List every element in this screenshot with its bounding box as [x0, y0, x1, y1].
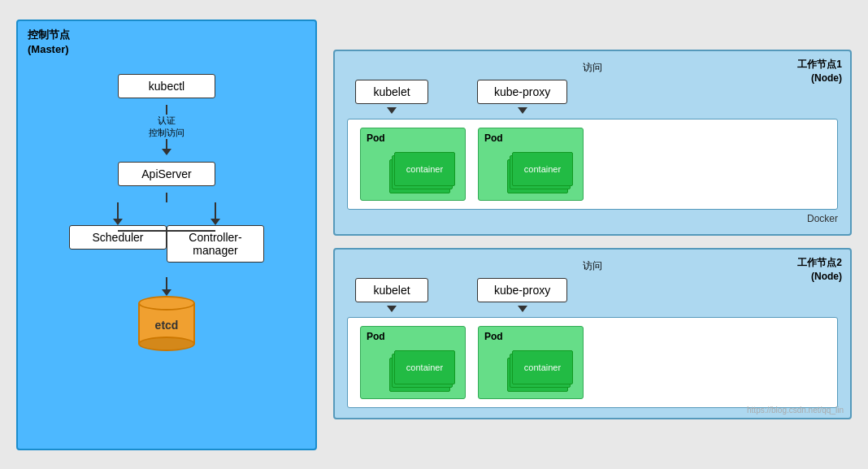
master-label: 控制节点 (Master) [28, 28, 70, 57]
ctrl-arrow [210, 219, 220, 225]
worker2-pods-row: Pod container Pod [347, 317, 838, 408]
worker2-subtitle: (Node) [797, 270, 842, 284]
worker2-pod2: Pod container [478, 326, 584, 399]
worker1-label: 工作节点1 (Node) [797, 58, 842, 85]
container-stack-2: container [507, 149, 576, 193]
kubeproxy1-section: kube-proxy [477, 80, 567, 114]
scheduler-box: Scheduler [69, 225, 167, 250]
master-content: kubectl 认证 控制访问 ApiServer [18, 21, 315, 352]
container-stack-1: container [389, 149, 458, 193]
container1-label: container [406, 164, 443, 174]
worker2-pod2-label: Pod [484, 331, 503, 342]
docker-label: Docker [347, 213, 838, 224]
kubeproxy1-arrow [518, 107, 527, 114]
etcd-container: etcd [138, 277, 195, 351]
worker1-pod2: Pod container [478, 128, 584, 201]
master-title: 控制节点 [28, 28, 70, 42]
worker1-title: 工作节点1 [797, 58, 842, 72]
container4-label: container [524, 363, 561, 372]
container-front-2: container [512, 152, 573, 186]
etcd-label: etcd [155, 319, 179, 332]
worker-node-2: 工作节点2 (Node) 访问 kubelet kube-proxy Pod [333, 248, 852, 419]
branch-vertical [166, 193, 167, 202]
worker2-pod1-label: Pod [367, 331, 385, 342]
container-stack-4: container [507, 347, 576, 392]
worker2-kubelet: kubelet [355, 278, 428, 302]
diagram-wrapper: 控制节点 (Master) kubectl 认证 控制访问 ApiServer [0, 0, 868, 469]
arrow-line-2 [166, 139, 167, 149]
container-front-4: container [512, 350, 573, 384]
pod1-label: Pod [367, 132, 385, 144]
branch-section: Scheduler Controller-manager [69, 193, 264, 263]
auth-section: 认证 控制访问 [149, 105, 184, 156]
scheduler-branch: Scheduler [69, 202, 167, 250]
kubectl-box: kubectl [118, 74, 215, 98]
etcd-arrow [162, 289, 171, 296]
pod2-label: Pod [484, 132, 503, 144]
container-front-1: container [394, 152, 455, 186]
auth-label: 认证 控制访问 [149, 115, 184, 140]
container2-label: container [524, 164, 561, 174]
worker1-kube-proxy: kube-proxy [477, 80, 567, 104]
worker2-top-row: kubelet kube-proxy [347, 278, 838, 312]
worker2-kube-proxy: kube-proxy [477, 278, 567, 302]
kubelet2-arrow [387, 306, 397, 312]
container-stack-3: container [389, 347, 458, 392]
kubeproxy2-arrow [518, 306, 527, 312]
worker1-pods-row: Pod container Pod [347, 119, 838, 210]
worker1-kubelet: kubelet [355, 80, 428, 104]
worker2-title: 工作节点2 [797, 256, 842, 270]
ctrl-line [215, 202, 216, 219]
worker2-label: 工作节点2 (Node) [797, 256, 842, 284]
container3-label: container [406, 363, 443, 372]
worker2-pod1: Pod container [360, 326, 466, 399]
master-subtitle: (Master) [28, 42, 70, 57]
worker1-subtitle: (Node) [797, 72, 842, 85]
cylinder-bottom [138, 337, 195, 351]
watermark: https://blog.csdn.net/qq_lin [747, 406, 844, 415]
etcd-line [166, 277, 167, 289]
sched-line [117, 202, 119, 219]
apiserver-box: ApiServer [118, 162, 215, 186]
arrow-line-1 [166, 105, 167, 115]
worker1-access: 访问 [347, 61, 838, 75]
branch-row: Scheduler Controller-manager [69, 202, 264, 263]
right-column: 工作节点1 (Node) 访问 kubelet kube-proxy Pod [333, 50, 852, 419]
worker-node-1: 工作节点1 (Node) 访问 kubelet kube-proxy Pod [333, 50, 852, 236]
controller-branch: Controller-manager [167, 202, 264, 263]
h-line [118, 230, 215, 232]
etcd-cylinder: etcd [138, 296, 195, 351]
kubelet-section: kubelet [355, 80, 428, 114]
worker1-top-row: kubelet kube-proxy [347, 80, 838, 114]
kubelet2-section: kubelet [355, 278, 428, 312]
arrow-down-1 [162, 149, 171, 155]
sched-arrow [113, 219, 123, 225]
container-front-3: container [394, 350, 455, 384]
worker1-pod1: Pod container [360, 128, 466, 201]
master-node: 控制节点 (Master) kubectl 认证 控制访问 ApiServer [16, 20, 317, 450]
worker2-access: 访问 [347, 259, 838, 273]
kubeproxy2-section: kube-proxy [477, 278, 567, 312]
kubelet-arrow [387, 107, 397, 114]
